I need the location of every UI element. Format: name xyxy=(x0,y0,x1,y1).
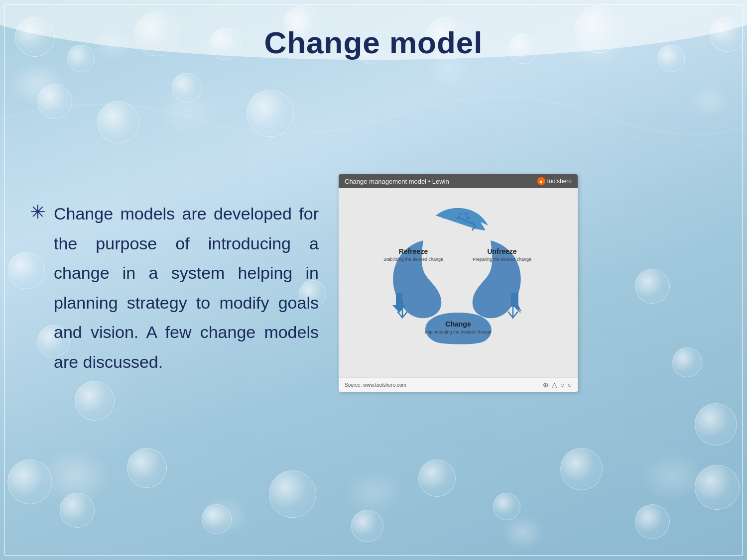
footer-icon-3: ○ xyxy=(560,381,564,389)
slide-title: Change model xyxy=(0,25,747,60)
footer-icons: ⊕ △ ○ ○ xyxy=(543,381,572,389)
footer-icon-1: ⊕ xyxy=(543,381,549,389)
lewin-model-image: Change management model • Lewin ● toolsh… xyxy=(339,174,578,392)
svg-text:Preparing the desired change: Preparing the desired change xyxy=(473,257,531,262)
image-footer: Source: www.toolshero.com ⊕ △ ○ ○ xyxy=(339,377,578,392)
title-area: Change model xyxy=(0,10,747,70)
header-text: Change management model • Lewin xyxy=(345,178,449,185)
lewin-diagram-svg: Refreeze Stabilizing the desired change … xyxy=(364,198,553,347)
bullet-text: Change models are developed for the purp… xyxy=(54,199,319,377)
slide: Change model ✳ Change models are develop… xyxy=(0,0,747,560)
footer-icon-4: ○ xyxy=(568,381,572,389)
svg-text:Implementing the desired chang: Implementing the desired change xyxy=(425,330,491,335)
footer-source: Source: www.toolshero.com xyxy=(345,382,406,388)
svg-text:Unfreeze: Unfreeze xyxy=(487,247,516,255)
footer-icon-2: △ xyxy=(552,381,557,389)
bullet-item: ✳ Change models are developed for the pu… xyxy=(30,199,319,377)
svg-text:Change: Change xyxy=(445,320,471,328)
content-area: ✳ Change models are developed for the pu… xyxy=(30,189,747,520)
svg-text:Stabilizing the desired change: Stabilizing the desired change xyxy=(383,257,443,262)
svg-text:Refreeze: Refreeze xyxy=(399,247,428,255)
text-block: ✳ Change models are developed for the pu… xyxy=(30,189,319,377)
toolshero-icon: ● xyxy=(537,177,545,185)
toolshero-logo: ● toolshero xyxy=(537,177,572,185)
bullet-star: ✳ xyxy=(30,201,46,223)
logo-text: toolshero xyxy=(547,178,572,185)
lewin-diagram: Refreeze Stabilizing the desired change … xyxy=(339,188,578,377)
image-header: Change management model • Lewin ● toolsh… xyxy=(339,174,578,188)
